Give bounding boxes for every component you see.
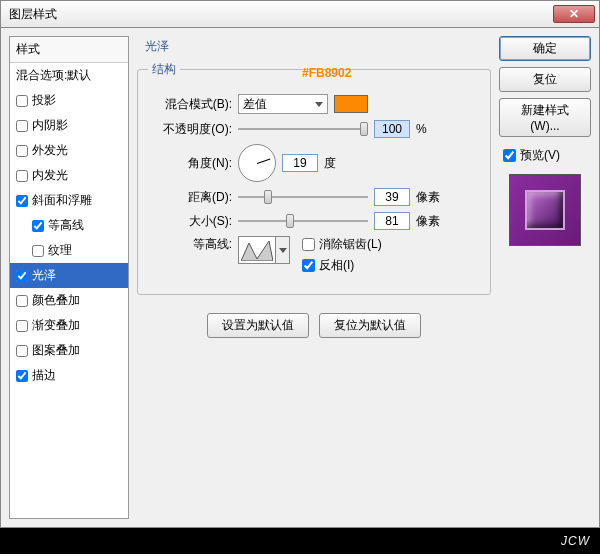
structure-group: 结构 #FB8902 混合模式(B): 差值 不透明度(O): xyxy=(137,61,491,295)
close-button[interactable]: ✕ xyxy=(553,5,595,23)
layer-style-dialog: 图层样式 ✕ 样式 混合选项:默认 投影 内阴影 外发光 内发光 斜面和浮雕 等… xyxy=(0,0,600,556)
opacity-row: 不透明度(O): % xyxy=(152,120,476,138)
distance-row: 距离(D): 像素 xyxy=(152,188,476,206)
cancel-button[interactable]: 复位 xyxy=(499,67,591,92)
panel-title: 光泽 xyxy=(137,36,491,61)
style-inner-shadow[interactable]: 内阴影 xyxy=(10,113,128,138)
opacity-unit: % xyxy=(416,122,427,136)
style-bevel-emboss[interactable]: 斜面和浮雕 xyxy=(10,188,128,213)
contour-picker[interactable] xyxy=(238,236,276,264)
size-input[interactable] xyxy=(374,212,410,230)
action-panel: 确定 复位 新建样式(W)... 预览(V) xyxy=(499,36,591,519)
blend-options-default[interactable]: 混合选项:默认 xyxy=(10,63,128,88)
size-slider[interactable] xyxy=(238,214,368,228)
checkbox[interactable] xyxy=(16,370,28,382)
checkbox[interactable] xyxy=(16,145,28,157)
angle-dial[interactable] xyxy=(238,144,276,182)
checkbox[interactable] xyxy=(16,95,28,107)
opacity-slider[interactable] xyxy=(238,122,368,136)
distance-label: 距离(D): xyxy=(152,189,232,206)
hex-annotation: #FB8902 xyxy=(302,66,351,80)
style-outer-glow[interactable]: 外发光 xyxy=(10,138,128,163)
contour-row: 等高线: 消除锯齿(L) 反相(I) xyxy=(152,236,476,274)
style-satin[interactable]: 光泽 xyxy=(10,263,128,288)
checkbox[interactable] xyxy=(16,270,28,282)
contour-label: 等高线: xyxy=(152,236,232,253)
footer-watermark: JCW xyxy=(0,528,600,554)
styles-header: 样式 xyxy=(10,37,128,63)
distance-input[interactable] xyxy=(374,188,410,206)
style-pattern-overlay[interactable]: 图案叠加 xyxy=(10,338,128,363)
checkbox[interactable] xyxy=(16,295,28,307)
size-label: 大小(S): xyxy=(152,213,232,230)
preview-thumbnail xyxy=(509,174,581,246)
styles-list: 样式 混合选项:默认 投影 内阴影 外发光 内发光 斜面和浮雕 等高线 纹理 光… xyxy=(9,36,129,519)
antialias-checkbox[interactable]: 消除锯齿(L) xyxy=(302,236,382,253)
size-row: 大小(S): 像素 xyxy=(152,212,476,230)
checkbox[interactable] xyxy=(16,345,28,357)
window-title: 图层样式 xyxy=(5,6,553,23)
opacity-label: 不透明度(O): xyxy=(152,121,232,138)
style-stroke[interactable]: 描边 xyxy=(10,363,128,388)
opacity-input[interactable] xyxy=(374,120,410,138)
default-buttons-row: 设置为默认值 复位为默认值 xyxy=(137,313,491,338)
blend-mode-row: 混合模式(B): 差值 xyxy=(152,94,476,114)
checkbox[interactable] xyxy=(32,220,44,232)
style-contour[interactable]: 等高线 xyxy=(10,213,128,238)
close-icon: ✕ xyxy=(569,7,579,21)
chevron-down-icon xyxy=(315,102,323,107)
titlebar[interactable]: 图层样式 ✕ xyxy=(0,0,600,28)
angle-unit: 度 xyxy=(324,155,336,172)
style-inner-glow[interactable]: 内发光 xyxy=(10,163,128,188)
group-legend: 结构 xyxy=(148,61,180,78)
set-default-button[interactable]: 设置为默认值 xyxy=(207,313,309,338)
angle-label: 角度(N): xyxy=(152,155,232,172)
size-unit: 像素 xyxy=(416,213,440,230)
blend-mode-label: 混合模式(B): xyxy=(152,96,232,113)
checkbox[interactable] xyxy=(16,320,28,332)
slider-thumb[interactable] xyxy=(264,190,272,204)
checkbox[interactable] xyxy=(16,195,28,207)
preview-shape xyxy=(525,190,565,230)
style-gradient-overlay[interactable]: 渐变叠加 xyxy=(10,313,128,338)
slider-thumb[interactable] xyxy=(360,122,368,136)
blend-mode-select[interactable]: 差值 xyxy=(238,94,328,114)
style-drop-shadow[interactable]: 投影 xyxy=(10,88,128,113)
slider-thumb[interactable] xyxy=(286,214,294,228)
distance-slider[interactable] xyxy=(238,190,368,204)
checkbox[interactable] xyxy=(16,170,28,182)
dialog-body: 样式 混合选项:默认 投影 内阴影 外发光 内发光 斜面和浮雕 等高线 纹理 光… xyxy=(0,28,600,528)
new-style-button[interactable]: 新建样式(W)... xyxy=(499,98,591,137)
style-color-overlay[interactable]: 颜色叠加 xyxy=(10,288,128,313)
preview-checkbox[interactable]: 预览(V) xyxy=(503,147,591,164)
distance-unit: 像素 xyxy=(416,189,440,206)
invert-checkbox[interactable]: 反相(I) xyxy=(302,257,382,274)
angle-row: 角度(N): 度 xyxy=(152,144,476,182)
style-texture[interactable]: 纹理 xyxy=(10,238,128,263)
angle-input[interactable] xyxy=(282,154,318,172)
color-swatch[interactable] xyxy=(334,95,368,113)
checkbox[interactable] xyxy=(32,245,44,257)
contour-dropdown[interactable] xyxy=(276,236,290,264)
checkbox[interactable] xyxy=(16,120,28,132)
settings-panel: 光泽 结构 #FB8902 混合模式(B): 差值 不透明度(O): xyxy=(137,36,491,519)
chevron-down-icon xyxy=(279,248,287,253)
reset-default-button[interactable]: 复位为默认值 xyxy=(319,313,421,338)
ok-button[interactable]: 确定 xyxy=(499,36,591,61)
